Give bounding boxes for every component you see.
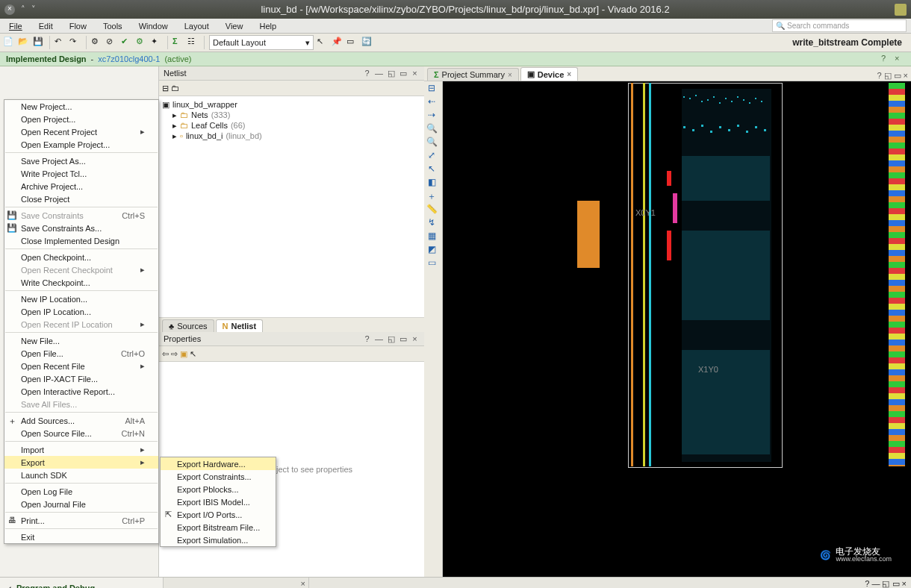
back-icon[interactable]: ⇦ (162, 349, 169, 359)
menu-item[interactable]: 💾Save Constraints As... (4, 222, 158, 234)
menu-flow[interactable]: Flow (65, 21, 91, 31)
menu-help[interactable]: Help (255, 21, 281, 31)
netlist-root[interactable]: linux_bd_wrapper (172, 100, 237, 109)
prev-icon[interactable]: ⇠ (426, 96, 438, 108)
menu-item[interactable]: Open Example Project... (4, 138, 158, 151)
highlight-icon[interactable]: ▣ (180, 349, 187, 359)
menu-item[interactable]: Open Source File...Ctrl+N (4, 427, 158, 440)
menu-item[interactable]: ⇱Export I/O Ports... (161, 508, 276, 521)
menu-item[interactable]: Save Project As... (4, 154, 158, 167)
undo-icon[interactable]: ↶ (55, 37, 66, 49)
pointer-icon[interactable]: ↖ (426, 163, 438, 175)
menu-item[interactable]: Open Project... (4, 113, 158, 125)
menu-item[interactable]: Close Project (4, 193, 158, 205)
menu-item[interactable]: Write Project Tcl... (4, 167, 158, 180)
menu-file[interactable]: File (4, 21, 27, 31)
refresh-icon[interactable]: 🔄 (361, 37, 373, 49)
layer-icon[interactable]: ◩ (426, 244, 438, 256)
device-canvas[interactable]: X0Y1 X1Y0 (443, 81, 911, 577)
tab-device[interactable]: ▣Device× (520, 67, 578, 81)
routing-icon[interactable]: ↯ (426, 217, 438, 229)
collapse-icon[interactable]: ◢ (4, 584, 10, 589)
menu-item[interactable]: Exit (4, 531, 158, 543)
menu-item[interactable]: Export Simulation... (161, 534, 276, 546)
pin-icon[interactable]: 📌 (332, 37, 343, 49)
folder-open-icon[interactable]: 📂 (18, 37, 30, 49)
crosshair-icon[interactable]: ＋ (426, 190, 438, 202)
close-icon[interactable]: × (904, 71, 908, 81)
highlight-icon[interactable]: ▦ (426, 231, 438, 243)
menu-item[interactable]: Open Interactive Report... (4, 385, 158, 398)
menu-edit[interactable]: Edit (34, 21, 57, 31)
netlist-node[interactable]: Leaf Cells (191, 121, 228, 130)
help-icon[interactable]: ? (362, 69, 372, 78)
menu-item[interactable]: Open Recent Project▸ (4, 125, 158, 138)
help-icon[interactable]: ? (362, 334, 372, 344)
forward-icon[interactable]: ⇨ (171, 349, 178, 359)
menu-item[interactable]: Archive Project... (4, 180, 158, 193)
menu-item[interactable]: Export Pblocks... (161, 483, 276, 495)
collapse-icon[interactable]: ⊟ (426, 83, 438, 95)
window-close-icon[interactable]: × (4, 4, 15, 15)
menu-item[interactable]: Open IP-XACT File... (4, 372, 158, 385)
maximize-icon[interactable]: ▭ (892, 579, 900, 588)
menu-view[interactable]: View (221, 21, 248, 31)
menu-item[interactable]: Launch SDK (4, 469, 158, 481)
close-icon[interactable]: × (301, 579, 305, 588)
menu-item[interactable]: Export Hardware... (161, 457, 276, 470)
menu-item[interactable]: Import▸ (4, 443, 158, 456)
menu-item[interactable]: Export Constraints... (161, 470, 276, 483)
menu-item[interactable]: New File... (4, 334, 158, 347)
next-icon[interactable]: ⇢ (426, 110, 438, 122)
file-menu-dropdown[interactable]: New Project...Open Project...Open Recent… (4, 99, 159, 544)
menu-layout[interactable]: Layout (180, 21, 214, 31)
menu-item[interactable]: Open File...Ctrl+O (4, 347, 158, 360)
save-icon[interactable]: 💾 (33, 37, 45, 49)
zoom-in-icon[interactable]: 🔍 (426, 123, 438, 135)
menu-item[interactable]: Close Implemented Design (4, 234, 158, 247)
menu-item[interactable]: Open Log File (4, 485, 158, 498)
menu-item[interactable]: Export IBIS Model... (161, 495, 276, 508)
close-icon[interactable]: × (902, 579, 907, 588)
maximize-icon[interactable]: ▭ (894, 71, 901, 81)
netlist-node[interactable]: Nets (191, 110, 208, 119)
select-area-icon[interactable]: ▭ (426, 257, 438, 269)
close-icon[interactable]: × (410, 69, 420, 78)
more-icon[interactable]: ✦ (151, 37, 163, 49)
restore-icon[interactable]: ◱ (884, 71, 892, 81)
restore-icon[interactable]: ◱ (386, 69, 396, 78)
tab-netlist[interactable]: NNetlist (216, 319, 264, 332)
netlist-node[interactable]: linux_bd_i (186, 131, 223, 140)
menu-tools[interactable]: Tools (99, 21, 127, 31)
maximize-icon[interactable]: ▭ (398, 69, 408, 78)
menu-item[interactable]: Open Recent File▸ (4, 360, 158, 372)
cancel-run-icon[interactable]: ⊘ (106, 37, 118, 49)
netlist-tree[interactable]: ▣linux_bd_wrapper ▸🗀Nets (333) ▸🗀Leaf Ce… (159, 96, 424, 317)
restore-icon[interactable]: ◱ (882, 579, 889, 588)
menu-item[interactable]: Open Checkpoint... (4, 251, 158, 263)
close-icon[interactable]: × (410, 334, 420, 344)
sigma-icon[interactable]: Σ (172, 37, 184, 49)
hierarchy-icon[interactable]: 🗀 (171, 84, 179, 93)
menu-item[interactable]: Open Journal File (4, 498, 158, 510)
ruler-icon[interactable]: 📏 (426, 204, 438, 216)
gear-icon[interactable]: ⚙ (91, 37, 103, 49)
menu-item[interactable]: 🖶Print...Ctrl+P (4, 514, 158, 527)
menu-window[interactable]: Window (134, 21, 172, 31)
collapse-icon[interactable]: ⊟ (162, 84, 169, 93)
select-icon[interactable]: ▭ (346, 37, 358, 49)
fit-icon[interactable]: ◧ (426, 177, 438, 189)
minimize-icon[interactable]: — (871, 579, 880, 588)
menu-item[interactable]: Write Checkpoint... (4, 276, 158, 289)
menu-item[interactable]: New IP Location... (4, 293, 158, 305)
new-project-icon[interactable]: 📄 (3, 37, 15, 49)
minimize-icon[interactable]: — (374, 334, 384, 344)
zoom-out-icon[interactable]: 🔍 (426, 137, 438, 148)
close-panel-icon[interactable]: × (895, 54, 905, 64)
close-icon[interactable]: × (567, 70, 571, 78)
tab-sources[interactable]: ♣Sources (162, 319, 214, 332)
help-icon[interactable]: ? (877, 71, 881, 81)
menu-item[interactable]: New Project... (4, 100, 158, 113)
restore-icon[interactable]: ◱ (386, 334, 396, 344)
tab-project-summary[interactable]: ΣProject Summary× (427, 68, 519, 81)
